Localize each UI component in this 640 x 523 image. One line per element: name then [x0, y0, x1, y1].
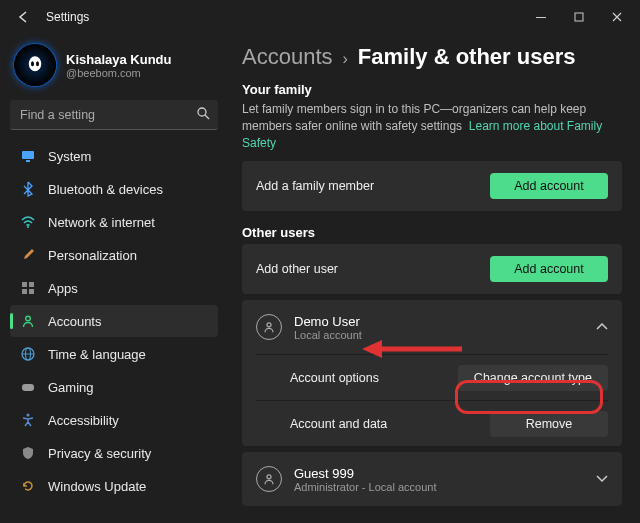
user-name: Demo User [294, 314, 582, 329]
family-heading: Your family [242, 82, 622, 97]
brush-icon [20, 247, 36, 263]
sidebar-item-label: Accounts [48, 314, 101, 329]
user-card: Demo UserLocal accountAccount optionsCha… [242, 300, 622, 446]
family-desc: Let family members sign in to this PC—or… [242, 101, 622, 151]
user-row[interactable]: Guest 999Administrator - Local account [256, 452, 608, 506]
add-other-card: Add other user Add account [242, 244, 622, 294]
gamepad-icon [20, 379, 36, 395]
sidebar-item-label: Windows Update [48, 479, 146, 494]
sidebar-item-update[interactable]: Windows Update [10, 470, 218, 502]
window-title: Settings [46, 10, 89, 24]
sidebar-item-label: Bluetooth & devices [48, 182, 163, 197]
remove-account-button[interactable]: Remove [490, 411, 608, 437]
sidebar-item-label: Personalization [48, 248, 137, 263]
close-button[interactable] [598, 3, 636, 31]
sidebar-item-label: Privacy & security [48, 446, 151, 461]
person-icon [256, 314, 282, 340]
user-name: Guest 999 [294, 466, 582, 481]
maximize-button[interactable] [560, 3, 598, 31]
shield-icon [20, 445, 36, 461]
access-icon [20, 412, 36, 428]
bt-icon [20, 181, 36, 197]
page-title: Family & other users [358, 44, 576, 70]
account-options-label: Account options [290, 371, 458, 385]
sidebar: Kishalaya Kundu @beebom.com SystemBlueto… [0, 34, 228, 523]
sidebar-item-gaming[interactable]: Gaming [10, 371, 218, 403]
sidebar-item-bluetooth[interactable]: Bluetooth & devices [10, 173, 218, 205]
account-data-row: Account and dataRemove [256, 400, 608, 446]
user-email: @beebom.com [66, 67, 171, 79]
sidebar-item-apps[interactable]: Apps [10, 272, 218, 304]
add-family-button[interactable]: Add account [490, 173, 608, 199]
wifi-icon [20, 214, 36, 230]
sidebar-item-system[interactable]: System [10, 140, 218, 172]
user-name: Kishalaya Kundu [66, 52, 171, 67]
sidebar-item-label: Accessibility [48, 413, 119, 428]
grid-icon [20, 280, 36, 296]
globe-icon [20, 346, 36, 362]
refresh-icon [20, 478, 36, 494]
search-icon [196, 106, 210, 123]
search-box[interactable] [10, 100, 218, 130]
user-sub: Local account [294, 329, 582, 341]
user-row[interactable]: Demo UserLocal account [256, 300, 608, 354]
sidebar-item-label: Apps [48, 281, 78, 296]
sidebar-item-label: System [48, 149, 91, 164]
sidebar-item-time[interactable]: Time & language [10, 338, 218, 370]
monitor-icon [20, 148, 36, 164]
account-options-row: Account optionsChange account type [256, 354, 608, 400]
sidebar-item-privacy[interactable]: Privacy & security [10, 437, 218, 469]
breadcrumb-root[interactable]: Accounts [242, 44, 333, 70]
user-sub: Administrator - Local account [294, 481, 582, 493]
chevron-down-icon [594, 471, 608, 488]
chevron-right-icon: › [343, 50, 348, 68]
titlebar: Settings [0, 0, 640, 34]
content: Accounts › Family & other users Your fam… [228, 34, 640, 523]
sidebar-item-label: Time & language [48, 347, 146, 362]
search-input[interactable] [18, 107, 196, 123]
sidebar-item-network[interactable]: Network & internet [10, 206, 218, 238]
sidebar-item-label: Network & internet [48, 215, 155, 230]
person-icon [256, 466, 282, 492]
change-account-type-button[interactable]: Change account type [458, 365, 608, 391]
current-user[interactable]: Kishalaya Kundu @beebom.com [10, 38, 218, 100]
sidebar-item-label: Gaming [48, 380, 94, 395]
sidebar-item-personalization[interactable]: Personalization [10, 239, 218, 271]
sidebar-item-accessibility[interactable]: Accessibility [10, 404, 218, 436]
account-data-label: Account and data [290, 417, 490, 431]
add-family-card: Add a family member Add account [242, 161, 622, 211]
add-other-label: Add other user [256, 262, 490, 276]
other-heading: Other users [242, 225, 622, 240]
avatar [14, 44, 56, 86]
nav: SystemBluetooth & devicesNetwork & inter… [10, 140, 218, 502]
add-family-label: Add a family member [256, 179, 490, 193]
add-other-button[interactable]: Add account [490, 256, 608, 282]
sidebar-item-accounts[interactable]: Accounts [10, 305, 218, 337]
chevron-up-icon [594, 319, 608, 336]
minimize-button[interactable] [522, 3, 560, 31]
breadcrumb: Accounts › Family & other users [242, 44, 622, 70]
back-button[interactable] [12, 6, 34, 28]
user-card: Guest 999Administrator - Local account [242, 452, 622, 506]
person-icon [20, 313, 36, 329]
